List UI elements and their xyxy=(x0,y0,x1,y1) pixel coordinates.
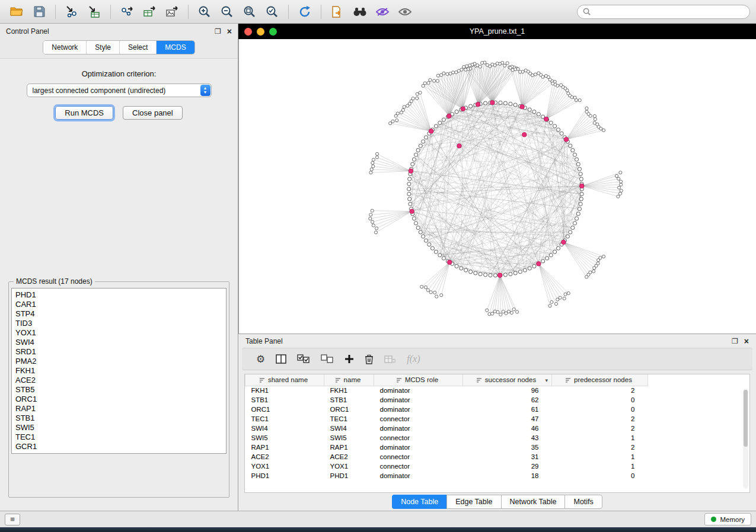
mcds-result-item[interactable]: RAP1 xyxy=(15,404,222,414)
mcds-result-item[interactable]: FKH1 xyxy=(15,366,222,376)
table-cell: 2 xyxy=(552,443,648,452)
mcds-result-item[interactable]: PMA2 xyxy=(15,357,222,366)
table-row[interactable]: PHD1PHD1dominator180 xyxy=(245,471,648,480)
column-header-name[interactable]: name xyxy=(324,374,374,386)
table-cell: YOX1 xyxy=(324,462,374,471)
table-header-row: shared name name MCDS role successor nod… xyxy=(245,374,648,386)
table-settings-gear-icon[interactable]: ⚙ xyxy=(256,352,265,366)
table-row[interactable]: ACE2ACE2connector311 xyxy=(245,452,648,462)
table-cell: ORC1 xyxy=(324,405,374,414)
close-panel-icon[interactable]: × xyxy=(227,27,232,36)
table-cell: 61 xyxy=(463,405,552,414)
table-cell: dominator xyxy=(374,424,463,433)
mcds-result-item[interactable]: SWI4 xyxy=(15,338,222,347)
open-folder-button[interactable] xyxy=(6,3,27,21)
table-cell: SWI5 xyxy=(245,433,324,443)
mcds-result-item[interactable]: TEC1 xyxy=(15,432,222,442)
table-cell: 2 xyxy=(552,414,648,424)
import-table-icon xyxy=(88,6,101,18)
select-all-columns-icon[interactable] xyxy=(297,352,310,366)
import-network-button[interactable] xyxy=(61,3,82,21)
tab-network[interactable]: Network xyxy=(43,41,87,54)
mcds-result-item[interactable]: CAR1 xyxy=(15,300,222,309)
mcds-result-item[interactable]: SRD1 xyxy=(15,347,222,357)
network-window-titlebar[interactable]: YPA_prune.txt_1 xyxy=(238,24,756,39)
zoom-fit-button[interactable] xyxy=(239,3,260,21)
table-cell: TEC1 xyxy=(324,414,374,424)
mcds-result-item[interactable]: YOX1 xyxy=(15,328,222,338)
hide-selected-button[interactable] xyxy=(372,3,393,21)
criterion-select[interactable]: largest connected component (undirected)… xyxy=(27,84,212,97)
mcds-result-item[interactable]: STB5 xyxy=(15,385,222,395)
table-row[interactable]: RAP1RAP1dominator352 xyxy=(245,443,648,452)
tab-node-table[interactable]: Node Table xyxy=(392,495,446,509)
delete-column-icon[interactable] xyxy=(365,352,374,366)
network-search-box[interactable] xyxy=(577,5,750,19)
task-history-button[interactable]: ≡ xyxy=(5,514,20,525)
zoom-out-button[interactable] xyxy=(216,3,238,21)
close-panel-button[interactable]: Close panel xyxy=(123,106,183,120)
table-row[interactable]: SWI4SWI4dominator462 xyxy=(245,424,648,433)
zoom-fit-icon xyxy=(243,5,256,18)
mcds-result-item[interactable]: STB1 xyxy=(15,414,222,423)
table-cell: SWI5 xyxy=(324,433,374,443)
tab-select[interactable]: Select xyxy=(120,41,157,54)
share-network-button[interactable] xyxy=(327,3,348,21)
table-row[interactable]: SWI5SWI5connector431 xyxy=(245,433,648,443)
mcds-result-item[interactable]: SWI5 xyxy=(15,423,222,432)
mcds-result-item[interactable]: ACE2 xyxy=(15,376,222,385)
close-table-panel-icon[interactable]: × xyxy=(744,337,749,345)
table-panel: Table Panel ❐ × ⚙ xyxy=(238,334,756,511)
table-row[interactable]: YOX1YOX1connector291 xyxy=(245,462,648,471)
apply-layout-button[interactable] xyxy=(294,3,315,21)
show-all-button[interactable] xyxy=(394,3,416,21)
mcds-result-group: MCDS result (17 nodes) PHD1CAR1STP4TID3Y… xyxy=(8,277,229,498)
criterion-selected-value: largest connected component (undirected) xyxy=(33,86,166,95)
save-session-button[interactable] xyxy=(28,3,50,21)
table-row[interactable]: STB1STB1dominator620 xyxy=(245,395,648,405)
create-column-icon[interactable] xyxy=(344,352,354,366)
mcds-result-item[interactable]: STP4 xyxy=(15,309,222,319)
mcds-result-item[interactable]: PHD1 xyxy=(15,290,222,300)
float-panel-icon[interactable]: ❐ xyxy=(215,28,221,35)
zoom-in-icon xyxy=(198,5,211,18)
zoom-in-button[interactable] xyxy=(194,3,215,21)
search-binoculars-button[interactable] xyxy=(349,3,371,21)
show-columns-icon[interactable] xyxy=(276,352,286,366)
mcds-result-item[interactable]: ORC1 xyxy=(15,395,222,404)
mcds-result-item[interactable]: GCR1 xyxy=(15,442,222,451)
zoom-selected-button[interactable] xyxy=(261,3,283,21)
export-network-button[interactable] xyxy=(116,3,138,21)
tab-edge-table[interactable]: Edge Table xyxy=(446,495,500,509)
table-scrollbar[interactable] xyxy=(743,389,748,489)
float-table-panel-icon[interactable]: ❐ xyxy=(732,338,738,345)
column-header-shared-name[interactable]: shared name xyxy=(245,374,324,386)
search-input[interactable] xyxy=(594,8,744,16)
table-cell: RAP1 xyxy=(324,443,374,452)
table-cell: TEC1 xyxy=(245,414,324,424)
column-header-successor-nodes[interactable]: successor nodes▾ xyxy=(463,374,552,386)
mcds-result-item[interactable]: TID3 xyxy=(15,319,222,328)
tab-network-table[interactable]: Network Table xyxy=(501,495,565,509)
application-window: Control Panel ❐ × Network Style Select M… xyxy=(0,0,756,532)
unselect-all-columns-icon[interactable] xyxy=(321,352,334,366)
network-canvas[interactable] xyxy=(238,39,756,334)
tab-mcds[interactable]: MCDS xyxy=(157,41,194,54)
table-row[interactable]: TEC1TEC1connector472 xyxy=(245,414,648,424)
mcds-result-group-title: MCDS result (17 nodes) xyxy=(14,277,95,286)
export-image-button[interactable] xyxy=(161,3,183,21)
column-header-predecessor-nodes[interactable]: predecessor nodes xyxy=(552,374,648,386)
run-mcds-button[interactable]: Run MCDS xyxy=(55,106,113,120)
import-table-button[interactable] xyxy=(84,3,105,21)
tab-style[interactable]: Style xyxy=(87,41,120,54)
column-header-mcds-role[interactable]: MCDS role xyxy=(374,374,463,386)
table-cell: STB1 xyxy=(245,395,324,405)
export-table-button[interactable] xyxy=(139,3,160,21)
memory-button[interactable]: Memory xyxy=(704,513,751,525)
memory-status-dot-icon xyxy=(711,517,716,522)
table-row[interactable]: FKH1FKH1dominator962 xyxy=(245,386,648,395)
table-scrollbar-thumb[interactable] xyxy=(744,390,748,447)
mcds-result-list[interactable]: PHD1CAR1STP4TID3YOX1SWI4SRD1PMA2FKH1ACE2… xyxy=(11,288,227,454)
table-row[interactable]: ORC1ORC1dominator610 xyxy=(245,405,648,414)
tab-motifs[interactable]: Motifs xyxy=(564,495,602,509)
